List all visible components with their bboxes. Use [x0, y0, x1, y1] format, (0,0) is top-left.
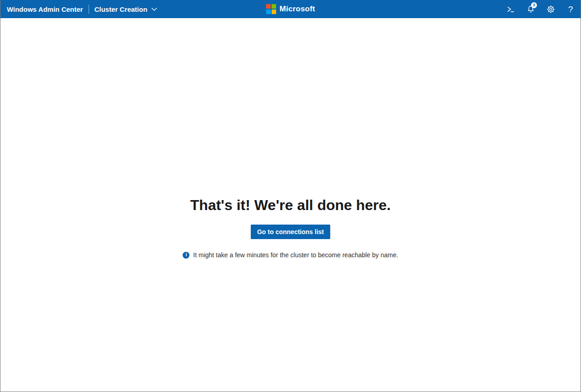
powershell-icon [506, 4, 516, 14]
logo-square-blue [266, 10, 270, 14]
solution-title: Cluster Creation [94, 5, 148, 13]
topbar-divider [89, 5, 89, 14]
notifications-button[interactable]: 3 [521, 0, 541, 18]
info-icon: i [183, 252, 189, 259]
logo-square-yellow [271, 10, 276, 14]
brand-name: Microsoft [279, 5, 315, 14]
logo-square-green [271, 4, 276, 9]
notification-badge: 3 [531, 2, 537, 8]
microsoft-logo-squares [266, 4, 276, 14]
topbar-left: Windows Admin Center Cluster Creation [0, 5, 157, 14]
logo-square-red [266, 4, 270, 9]
app-title-link[interactable]: Windows Admin Center [7, 5, 83, 13]
info-text: It might take a few minutes for the clus… [193, 251, 398, 259]
go-to-connections-button[interactable]: Go to connections list [251, 225, 330, 239]
settings-button[interactable] [541, 0, 561, 18]
gear-icon [546, 5, 556, 14]
topbar: Windows Admin Center Cluster Creation Mi… [0, 0, 581, 18]
help-button[interactable]: ? [561, 0, 581, 18]
question-mark-icon: ? [568, 5, 573, 14]
windows-admin-center-window: Windows Admin Center Cluster Creation Mi… [0, 0, 581, 392]
microsoft-logo: Microsoft [266, 4, 315, 14]
info-row: i It might take a few minutes for the cl… [0, 251, 581, 259]
powershell-button[interactable] [501, 0, 521, 18]
solution-picker[interactable]: Cluster Creation [94, 5, 158, 13]
page-heading: That's it! We're all done here. [0, 18, 581, 215]
main-content: That's it! We're all done here. Go to co… [0, 18, 581, 259]
chevron-down-icon [151, 7, 157, 11]
topbar-actions: 3 [501, 0, 581, 18]
